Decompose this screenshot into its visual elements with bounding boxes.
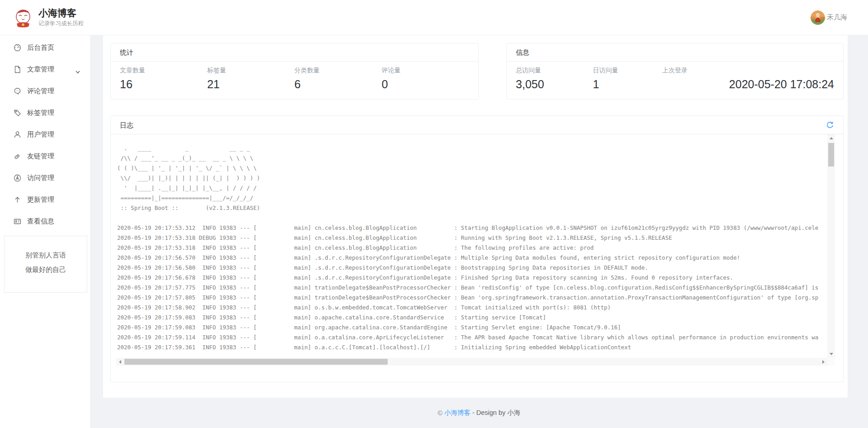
sidebar-item-users[interactable]: 用户管理 [0, 124, 90, 145]
sidebar-item-label: 用户管理 [27, 130, 54, 139]
footer-site-link[interactable]: 小海博客 [444, 409, 470, 417]
user-avatar[interactable] [811, 10, 825, 25]
banner-line: ' |____| .__|_| |_|_| |_\__, | / / / / [117, 183, 835, 193]
sidebar-item-label: 查看信息 [27, 217, 54, 226]
horizontal-scroll-thumb[interactable] [124, 359, 388, 365]
sidebar-item-label: 更新管理 [27, 195, 54, 204]
log-line: 2020-05-19 20:17:57.805 INFO 19383 --- [… [117, 293, 835, 303]
sidebar: 后台首页 文章管理 评论管理 [0, 35, 90, 428]
stat-item: 评论量 0 [382, 67, 469, 91]
stat-item: 分类数量 6 [294, 67, 382, 91]
stat-value: 1 [593, 78, 662, 91]
brand[interactable]: 小海博客 记录学习成长历程 [0, 7, 84, 28]
sidebar-item-tags[interactable]: 标签管理 [0, 102, 90, 124]
stat-value: 2020-05-20 17:08:24 [662, 78, 834, 91]
compass-icon [14, 174, 21, 182]
stat-label: 标签量 [207, 67, 294, 75]
stat-label: 评论量 [382, 67, 469, 75]
stats-card-title: 统计 [120, 48, 133, 56]
spring-banner: . ____ _ __ _ _ /\\ / ___'_ __ _ _(_)_ _… [117, 143, 835, 213]
user-icon [14, 131, 21, 138]
log-line: 2020-05-19 20:17:56.580 INFO 19383 --- [… [117, 263, 835, 273]
stat-value: 16 [120, 78, 207, 91]
info-card-title: 信息 [516, 48, 529, 56]
sidebar-item-label: 后台首页 [27, 43, 54, 52]
sidebar-item-updates[interactable]: 更新管理 [0, 189, 90, 210]
stat-item: 日访问量 1 [593, 67, 662, 91]
banner-line: ( ( )\___ | '_ | '_| | '_ \/ _` | \ \ \ … [117, 163, 835, 173]
log-line: 2020-05-19 20:17:53.312 INFO 19383 --- [… [117, 223, 835, 233]
banner-line: :: Spring Boot :: (v2.1.3.RELEASE) [117, 203, 835, 213]
stat-label: 日访问量 [593, 67, 662, 75]
comment-icon [14, 87, 21, 95]
copyright-symbol: © [437, 409, 442, 417]
stat-item: 上次登录 2020-05-20 17:08:24 [662, 67, 834, 91]
log-line: 2020-05-19 20:17:56.570 INFO 19383 --- [… [117, 253, 835, 263]
sidebar-item-visits[interactable]: 访问管理 [0, 167, 90, 189]
log-line: 2020-05-19 20:17:59.083 INFO 19383 --- [… [117, 313, 835, 323]
site-subtitle: 记录学习成长历程 [38, 20, 84, 28]
sidebar-item-articles[interactable]: 文章管理 [0, 58, 90, 80]
log-card-title: 日志 [120, 121, 133, 129]
sidebar-item-label: 标签管理 [27, 109, 54, 117]
sidebar-item-comments[interactable]: 评论管理 [0, 80, 90, 102]
banner-line: =========|_|==============|___/=/_/_/_/ [117, 193, 835, 203]
log-console[interactable]: . ____ _ __ _ _ /\\ / ___'_ __ _ _(_)_ _… [116, 134, 835, 366]
stat-item: 总访问量 3,050 [516, 67, 593, 91]
motto-line: 别管别人言语 [5, 248, 87, 262]
id-card-icon [14, 218, 21, 225]
scroll-right-arrow[interactable] [820, 358, 827, 366]
stat-value: 21 [207, 78, 294, 91]
scroll-up-arrow[interactable] [827, 134, 835, 142]
link-icon [14, 152, 21, 160]
log-line: 2020-05-19 20:17:58.902 INFO 19383 --- [… [117, 303, 835, 313]
log-line: 2020-05-19 20:17:59.083 INFO 19383 --- [… [117, 323, 835, 333]
document-icon [14, 66, 21, 73]
sidebar-item-label: 访问管理 [27, 174, 54, 182]
scrollbar-corner [827, 358, 835, 366]
sidebar-item-label: 评论管理 [27, 87, 54, 95]
app-header: 小海博客 记录学习成长历程 禾几海 [0, 0, 868, 35]
site-title: 小海博客 [38, 8, 84, 19]
main-content: 统计 文章数量 16 标签量 21 [90, 35, 868, 428]
stat-label: 上次登录 [662, 67, 834, 75]
sidebar-item-links[interactable]: 友链管理 [0, 145, 90, 167]
sidebar-item-label: 友链管理 [27, 152, 54, 161]
tag-icon [14, 109, 21, 117]
stat-label: 文章数量 [120, 67, 207, 75]
banner-line: . ____ _ __ _ _ [117, 143, 835, 153]
stat-label: 分类数量 [294, 67, 382, 75]
log-text: . ____ _ __ _ _ /\\ / ___'_ __ _ _(_)_ _… [116, 134, 835, 352]
refresh-icon[interactable] [826, 121, 834, 129]
horizontal-scrollbar[interactable] [116, 358, 827, 366]
footer: © 小海博客 - Design by 小海 [90, 398, 868, 428]
vertical-scrollbar[interactable] [827, 134, 835, 358]
log-line: 2020-05-19 20:17:59.114 INFO 19383 --- [… [117, 333, 835, 342]
username: 禾几海 [827, 13, 847, 22]
stats-card-body: 文章数量 16 标签量 21 分类数量 6 [111, 62, 478, 91]
stat-value: 3,050 [516, 78, 593, 91]
user-menu[interactable]: 禾几海 [811, 10, 868, 25]
log-line: 2020-05-19 20:17:53.318 INFO 19383 --- [… [117, 243, 835, 253]
blog-mascot-icon [13, 7, 33, 28]
banner-line: \\/ ___)| |_)| | | | | || (_| | ) ) ) ) [117, 173, 835, 183]
log-line: 2020-05-19 20:17:56.678 INFO 19383 --- [… [117, 273, 835, 283]
vertical-scroll-thumb[interactable] [828, 143, 834, 166]
log-line: 2020-05-19 20:17:53.318 DEBUG 19383 --- … [117, 233, 835, 243]
stat-item: 文章数量 16 [120, 67, 207, 91]
info-card: 信息 总访问量 3,050 日访问量 1 上次登录 202 [506, 43, 844, 100]
log-line: 2020-05-19 20:17:57.775 INFO 19383 --- [… [117, 283, 835, 293]
sidebar-item-view-info[interactable]: 查看信息 [0, 210, 90, 232]
scroll-left-arrow[interactable] [116, 358, 124, 366]
stat-value: 0 [382, 78, 469, 91]
sidebar-item-dashboard[interactable]: 后台首页 [0, 37, 90, 58]
motto-line: 做最好的自己 [5, 262, 87, 277]
stat-item: 标签量 21 [207, 67, 294, 91]
log-blank-line [117, 213, 835, 223]
log-lines: 2020-05-19 20:17:53.312 INFO 19383 --- [… [117, 223, 835, 352]
scroll-down-arrow[interactable] [827, 350, 835, 358]
banner-line: /\\ / ___'_ __ _ _(_)_ __ __ _ \ \ \ \ [117, 153, 835, 163]
footer-suffix: - Design by 小海 [470, 409, 520, 417]
sidebar-item-label: 文章管理 [27, 65, 54, 74]
arrow-up-icon [14, 196, 21, 204]
